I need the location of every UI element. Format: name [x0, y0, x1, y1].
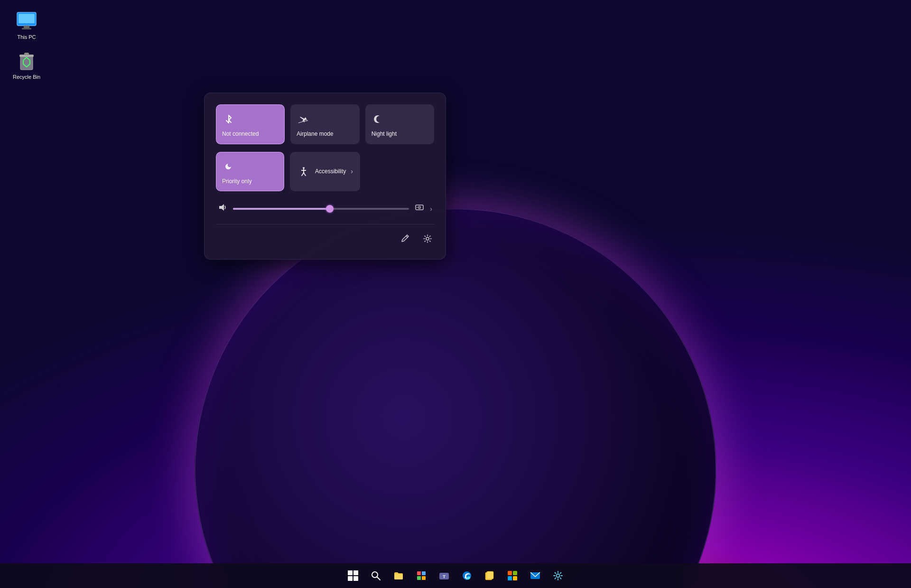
taskbar-files[interactable]	[479, 565, 500, 586]
tile-accessibility-label: Accessibility	[315, 168, 346, 176]
tile-bluetooth[interactable]: Not connected	[216, 104, 285, 144]
desktop-icon-recycle-bin[interactable]: Recycle Bin	[9, 49, 44, 80]
svg-rect-25	[422, 571, 426, 575]
svg-rect-34	[513, 571, 517, 575]
edge-icon	[461, 570, 473, 581]
svg-marker-14	[219, 204, 224, 211]
tile-priority-only-label: Priority only	[222, 178, 252, 186]
accessibility-icon	[297, 165, 310, 178]
monitor-icon	[15, 9, 38, 32]
svg-line-22	[377, 577, 381, 580]
svg-rect-6	[24, 53, 29, 55]
mail-icon	[530, 570, 541, 581]
recycle-bin-icon	[15, 49, 38, 72]
bottom-bar	[216, 224, 434, 248]
ms-tiles-icon	[416, 570, 427, 581]
taskbar-store[interactable]	[502, 565, 523, 586]
gear-icon[interactable]	[421, 232, 434, 248]
quick-settings-panel: Not connected Airplane mode Night light	[204, 93, 446, 260]
svg-rect-23	[394, 574, 403, 579]
svg-rect-3	[22, 28, 31, 29]
nightlight-icon	[372, 112, 385, 126]
taskbar-start-button[interactable]	[343, 565, 363, 586]
file-explorer-icon	[393, 570, 404, 581]
desktop-icons: This PC Recycle Bin	[0, 0, 53, 89]
taskbar-settings[interactable]	[548, 565, 568, 586]
svg-rect-35	[508, 576, 512, 580]
bluetooth-icon	[222, 112, 235, 126]
tiles-row2: Priority only Accessibility ›	[216, 152, 434, 192]
volume-slider-track	[233, 208, 409, 210]
svg-rect-33	[508, 571, 512, 575]
taskbar-center: T	[343, 565, 568, 586]
tile-accessibility[interactable]: Accessibility ›	[290, 152, 360, 192]
svg-rect-26	[417, 576, 421, 580]
tile-nightlight-label: Night light	[372, 131, 397, 138]
tile-empty	[366, 152, 434, 192]
speaker-device-icon	[415, 203, 424, 215]
svg-rect-27	[422, 576, 426, 580]
svg-rect-32	[487, 571, 493, 579]
taskbar-edge[interactable]	[456, 565, 477, 586]
svg-point-38	[557, 574, 560, 578]
volume-chevron-icon[interactable]: ›	[430, 205, 432, 213]
svg-rect-1	[19, 14, 35, 23]
taskbar-ms-store-tile[interactable]	[411, 565, 432, 586]
svg-line-13	[304, 173, 306, 176]
desktop-icon-recycle-bin-label: Recycle Bin	[13, 74, 40, 80]
taskbar-file-explorer[interactable]	[388, 565, 409, 586]
tile-bluetooth-label: Not connected	[222, 131, 259, 138]
taskbar-mail[interactable]	[525, 565, 546, 586]
desktop-icon-this-pc[interactable]: This PC	[9, 9, 44, 40]
settings-icon	[553, 570, 563, 581]
teams-icon: T	[438, 570, 450, 581]
taskbar: T	[0, 563, 911, 588]
accessibility-arrow-icon: ›	[351, 168, 353, 175]
airplane-icon	[297, 112, 310, 126]
tiles-row1: Not connected Airplane mode Night light	[216, 104, 434, 144]
search-icon	[371, 570, 381, 581]
store-icon	[507, 570, 518, 581]
windows-logo-icon	[348, 570, 358, 581]
desktop-icon-this-pc-label: This PC	[17, 34, 36, 40]
svg-point-17	[419, 207, 420, 208]
svg-rect-24	[417, 571, 421, 575]
tile-priority-only[interactable]: Priority only	[216, 152, 284, 192]
taskbar-teams[interactable]: T	[434, 565, 455, 586]
moon-icon	[222, 160, 235, 173]
volume-slider-fill	[233, 208, 330, 210]
svg-line-19	[406, 236, 408, 237]
svg-text:T: T	[443, 574, 446, 579]
files-icon	[484, 570, 495, 581]
volume-area: ›	[216, 203, 434, 215]
tile-accessibility-left: Accessibility	[297, 165, 346, 178]
svg-rect-36	[513, 576, 517, 580]
tile-nightlight[interactable]: Night light	[365, 104, 434, 144]
volume-slider-thumb[interactable]	[326, 205, 334, 213]
svg-rect-4	[20, 56, 33, 70]
svg-point-20	[426, 237, 429, 240]
tile-airplane-label: Airplane mode	[297, 131, 333, 138]
taskbar-search-button[interactable]	[365, 565, 386, 586]
svg-point-9	[303, 167, 305, 169]
volume-icon	[218, 203, 227, 215]
edit-icon[interactable]	[399, 232, 411, 248]
tile-airplane[interactable]: Airplane mode	[290, 104, 359, 144]
svg-rect-2	[24, 26, 29, 28]
volume-slider[interactable]	[233, 204, 409, 214]
